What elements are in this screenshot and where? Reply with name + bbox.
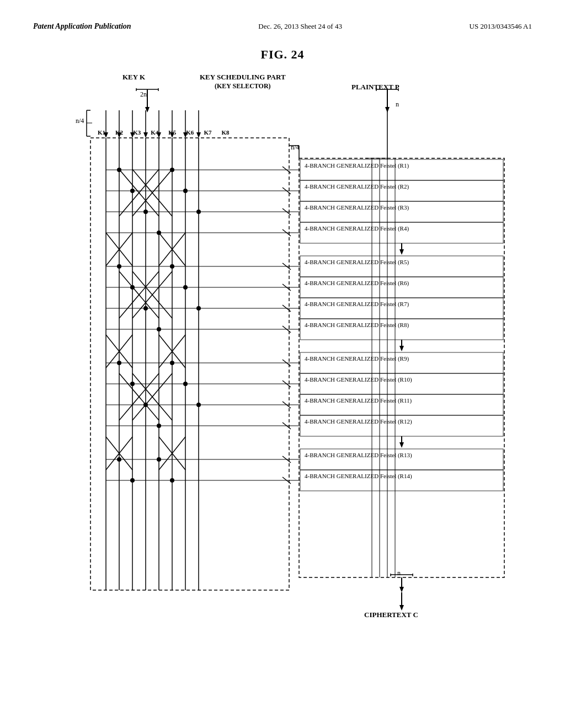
svg-line-135 [282,229,291,236]
svg-marker-60 [399,605,404,611]
svg-line-90 [106,437,132,470]
page-header: Patent Application Publication Dec. 26, … [33,22,532,31]
k4-label: K4 [151,129,158,136]
svg-point-126 [183,382,188,386]
svg-line-85 [119,373,159,420]
svg-line-138 [282,305,291,312]
svg-point-116 [143,306,148,311]
svg-line-84 [159,335,185,368]
svg-point-114 [117,264,121,269]
svg-marker-39 [399,249,404,255]
n-bottom-label: n [397,569,401,577]
svg-line-143 [282,422,291,429]
svg-point-107 [117,168,121,172]
svg-line-142 [282,402,291,408]
svg-line-83 [159,335,185,368]
round-r8: 4-BRANCH GENERALIZED Feistel (R8) [305,322,409,328]
diagram: KEY K 2n KEY SCHEDULING PART (KEY SELECT… [45,73,520,635]
k-labels-row: K1 K2 K3 K4 K5 K6 K7 K8 [98,129,230,136]
svg-line-144 [282,456,291,463]
svg-line-87 [132,373,172,420]
svg-point-120 [196,306,201,311]
n-plaintext-label: n [396,100,399,109]
svg-line-91 [159,437,185,470]
svg-point-111 [170,168,174,172]
svg-point-108 [130,189,135,193]
round-r4: 4-BRANCH GENERALIZED Feistel (R4) [305,225,409,232]
svg-line-77 [119,271,159,318]
round-r12: 4-BRANCH GENERALIZED Feistel (R12) [305,418,412,425]
svg-line-79 [132,271,172,318]
round-r9: 4-BRANCH GENERALIZED Feistel (R9) [305,355,409,362]
svg-line-71 [132,169,172,216]
k1-label: K1 [98,129,105,136]
svg-point-123 [143,403,148,407]
svg-line-76 [159,233,185,266]
key-size-label: 2n [140,90,147,99]
round-r14: 4-BRANCH GENERALIZED Feistel (R14) [305,473,412,479]
svg-line-80 [132,271,172,318]
svg-line-139 [282,326,291,333]
svg-line-86 [119,373,159,420]
header-center: Dec. 26, 2013 Sheet 24 of 43 [258,22,342,31]
svg-point-124 [157,424,161,428]
diagram-container: KEY K 2n KEY SCHEDULING PART (KEY SELECT… [33,73,532,635]
round-r7: 4-BRANCH GENERALIZED Feistel (R7) [305,301,409,307]
svg-rect-25 [90,138,289,590]
svg-point-121 [117,361,121,365]
svg-point-118 [170,264,174,269]
svg-line-70 [119,169,159,216]
svg-line-72 [132,169,172,216]
svg-point-130 [157,457,161,462]
svg-point-113 [196,210,201,214]
svg-line-136 [282,263,291,270]
svg-point-110 [157,231,161,235]
svg-marker-1 [145,107,150,113]
round-r10: 4-BRANCH GENERALIZED Feistel (R10) [305,376,412,383]
svg-line-78 [119,271,159,318]
ciphertext-label: CIPHERTEXT C [364,611,418,619]
k2-label: K2 [115,129,123,136]
svg-point-117 [157,327,161,331]
k5-label: K5 [168,129,176,136]
svg-line-81 [106,335,132,368]
round-r2: 4-BRANCH GENERALIZED Feistel (R2) [305,183,409,190]
header-left: Patent Application Publication [33,22,131,31]
figure-title: FIG. 24 [33,47,532,62]
svg-marker-27 [385,107,390,113]
svg-line-145 [282,477,291,484]
svg-line-140 [282,360,291,366]
svg-point-122 [130,382,135,386]
svg-line-82 [106,335,132,368]
round-r5: 4-BRANCH GENERALIZED Feistel (R5) [305,259,409,265]
n4-right-label: n/4 [291,143,299,152]
k3-label: K3 [133,129,141,136]
n4-left-label: n/4 [76,117,84,125]
svg-point-112 [183,189,188,193]
svg-line-133 [282,188,291,194]
svg-line-132 [282,167,291,173]
svg-point-128 [117,457,121,462]
svg-point-125 [170,361,174,365]
svg-point-127 [196,403,201,407]
round-r11: 4-BRANCH GENERALIZED Feistel (R11) [305,397,412,404]
svg-point-119 [183,285,188,290]
svg-line-134 [282,208,291,215]
k6-label: K6 [186,129,194,136]
header-right: US 2013/0343546 A1 [470,22,532,31]
k7-label: K7 [204,129,211,136]
svg-line-73 [106,233,132,266]
svg-point-131 [170,478,174,483]
svg-line-88 [132,373,172,420]
svg-marker-51 [399,442,404,448]
round-r3: 4-BRANCH GENERALIZED Feistel (R3) [305,204,409,211]
svg-line-137 [282,284,291,291]
k8-label: K8 [221,129,229,136]
svg-line-89 [106,437,132,470]
svg-point-129 [130,478,135,483]
svg-point-115 [130,285,135,290]
svg-line-69 [119,169,159,216]
round-r13: 4-BRANCH GENERALIZED Feistel (R13) [305,452,412,458]
key-k-label: KEY K [122,73,145,82]
round-r6: 4-BRANCH GENERALIZED Feistel (R6) [305,280,409,286]
